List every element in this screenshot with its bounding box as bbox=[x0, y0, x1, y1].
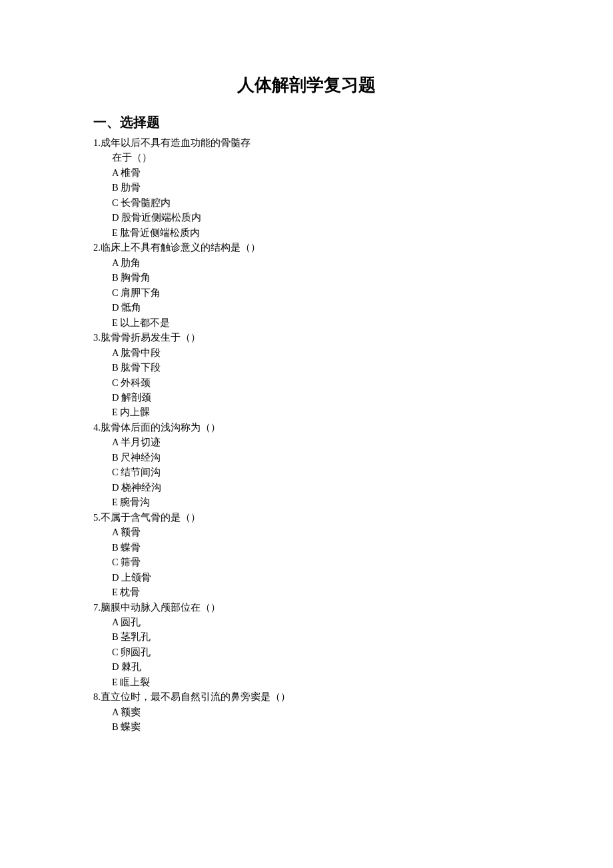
question: 8.直立位时，最不易自然引流的鼻旁窦是（）A 额窦B 蝶窦 bbox=[93, 689, 520, 734]
question-text: 7.脑膜中动脉入颅部位在（） bbox=[93, 600, 520, 615]
answer-option: A 额骨 bbox=[93, 525, 520, 539]
answer-option: C 长骨髓腔内 bbox=[93, 195, 520, 210]
answer-option: A 椎骨 bbox=[93, 165, 520, 180]
answer-option: B 蝶窦 bbox=[93, 719, 520, 734]
answer-option: C 肩胛下角 bbox=[93, 285, 520, 300]
answer-option: C 外科颈 bbox=[93, 375, 520, 390]
answer-option: B 茎乳孔 bbox=[93, 629, 520, 644]
answer-option: B 胸骨角 bbox=[93, 270, 520, 285]
question: 5.不属于含气骨的是（）A 额骨B 蝶骨C 筛骨D 上颌骨E 枕骨 bbox=[93, 510, 520, 600]
question-text: 8.直立位时，最不易自然引流的鼻旁窦是（） bbox=[93, 689, 520, 704]
answer-option: C 结节间沟 bbox=[93, 465, 520, 479]
section-header: 一、选择题 bbox=[93, 113, 520, 131]
question-text: 1.成年以后不具有造血功能的骨髓存 bbox=[93, 135, 520, 150]
answer-option: A 半月切迹 bbox=[93, 435, 520, 449]
answer-option: D 桡神经沟 bbox=[93, 480, 520, 495]
question-text: 2.临床上不具有触诊意义的结构是（） bbox=[93, 240, 520, 255]
answer-option: D 骶角 bbox=[93, 300, 520, 315]
answer-option: B 蝶骨 bbox=[93, 540, 520, 555]
answer-option: E 枕骨 bbox=[93, 585, 520, 599]
question: 4.肱骨体后面的浅沟称为（）A 半月切迹B 尺神经沟C 结节间沟D 桡神经沟E … bbox=[93, 420, 520, 510]
questions-container: 1.成年以后不具有造血功能的骨髓存在于（）A 椎骨B 肋骨C 长骨髓腔内D 股骨… bbox=[93, 135, 520, 735]
answer-option: D 棘孔 bbox=[93, 659, 520, 674]
answer-option: A 肱骨中段 bbox=[93, 345, 520, 360]
question-text: 5.不属于含气骨的是（） bbox=[93, 510, 520, 525]
answer-option: A 额窦 bbox=[93, 705, 520, 719]
question-text: 3.肱骨骨折易发生于（） bbox=[93, 330, 520, 345]
question: 7.脑膜中动脉入颅部位在（）A 圆孔B 茎乳孔C 卵圆孔D 棘孔E 眶上裂 bbox=[93, 600, 520, 690]
question: 2.临床上不具有触诊意义的结构是（）A 肋角B 胸骨角C 肩胛下角D 骶角E 以… bbox=[93, 240, 520, 330]
question-text: 4.肱骨体后面的浅沟称为（） bbox=[93, 420, 520, 435]
question: 3.肱骨骨折易发生于（）A 肱骨中段B 肱骨下段C 外科颈D 解剖颈E 内上髁 bbox=[93, 330, 520, 420]
answer-option: D 上颌骨 bbox=[93, 570, 520, 585]
answer-option: D 股骨近侧端松质内 bbox=[93, 210, 520, 225]
answer-option: D 解剖颈 bbox=[93, 390, 520, 405]
answer-option: B 肱骨下段 bbox=[93, 360, 520, 375]
question-text-continuation: 在于（） bbox=[93, 150, 520, 165]
page-title: 人体解剖学复习题 bbox=[93, 73, 520, 97]
answer-option: B 尺神经沟 bbox=[93, 450, 520, 465]
answer-option: B 肋骨 bbox=[93, 180, 520, 195]
answer-option: E 眶上裂 bbox=[93, 675, 520, 689]
answer-option: A 圆孔 bbox=[93, 615, 520, 629]
answer-option: A 肋角 bbox=[93, 255, 520, 270]
answer-option: C 筛骨 bbox=[93, 555, 520, 569]
answer-option: C 卵圆孔 bbox=[93, 645, 520, 659]
question: 1.成年以后不具有造血功能的骨髓存在于（）A 椎骨B 肋骨C 长骨髓腔内D 股骨… bbox=[93, 135, 520, 240]
answer-option: E 以上都不是 bbox=[93, 315, 520, 330]
answer-option: E 肱骨近侧端松质内 bbox=[93, 225, 520, 240]
answer-option: E 内上髁 bbox=[93, 405, 520, 419]
answer-option: E 腕骨沟 bbox=[93, 495, 520, 509]
